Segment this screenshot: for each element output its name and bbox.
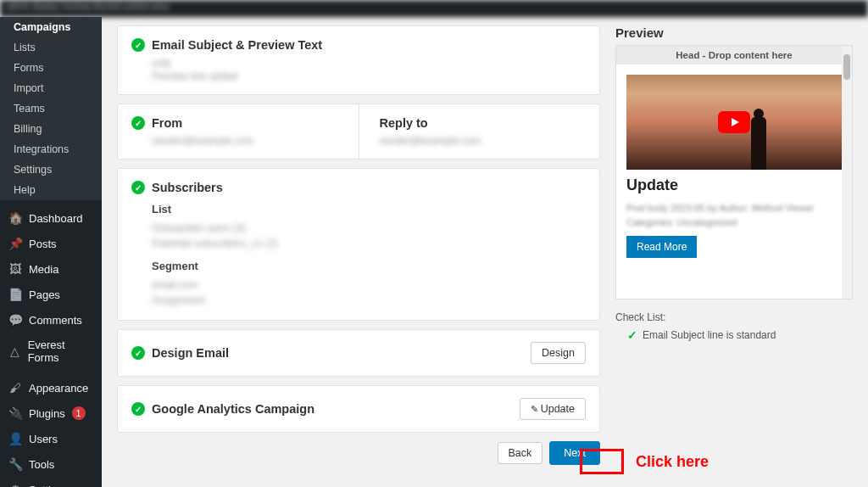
- preview-heading: Update: [626, 176, 842, 194]
- update-badge: 1: [72, 406, 86, 420]
- sidebar-item-users[interactable]: 👤Users: [0, 426, 102, 451]
- check-icon: ✓: [131, 402, 145, 416]
- pencil-icon: ✎: [531, 404, 538, 414]
- list-items: Onboarded users (3) Potential subscriber…: [152, 221, 586, 251]
- preview-meta: Post body 2023-05 by Author: Method View…: [626, 201, 842, 229]
- sidebar-label: Pages: [29, 288, 60, 301]
- admin-sidebar: CampaignsListsFormsImportTeamsBillingInt…: [0, 17, 102, 487]
- sidebar-item-teams[interactable]: Teams: [0, 98, 102, 119]
- sidebar-item-posts-icon: 📌: [8, 237, 22, 250]
- read-more-button[interactable]: Read More: [626, 236, 697, 258]
- sidebar-mainmenu: 🏠Dashboard📌Posts🖼Media📄Pages💬Comments△Ev…: [0, 205, 102, 487]
- sidebar-label: Media: [29, 263, 58, 276]
- sidebar-label: Posts: [29, 238, 57, 250]
- check-icon: ✓: [131, 116, 145, 130]
- admin-topbar: admin display mockup blurred content are…: [0, 0, 868, 17]
- sidebar-item-settings[interactable]: Settings: [0, 160, 102, 180]
- preview-title: Preview: [615, 25, 853, 40]
- preview-text-value: Preview line added: [152, 70, 586, 82]
- sidebar-item-dashboard[interactable]: 🏠Dashboard: [0, 205, 102, 231]
- from-value: sender@example.com: [152, 135, 345, 147]
- reply-value: sender@example.com: [380, 135, 587, 147]
- sidebar-label: Comments: [29, 314, 82, 327]
- sidebar-label: Dashboard: [29, 212, 83, 225]
- list-label: List: [152, 203, 586, 216]
- sidebar-item-settings-wp-icon: ⚙: [8, 483, 22, 487]
- back-button[interactable]: Back: [498, 442, 543, 464]
- segment-items: email.com Assignment: [152, 277, 586, 308]
- check-icon: ✓: [627, 328, 637, 342]
- subscribers-title: Subscribers: [152, 181, 223, 194]
- check-list-item-text: Email Subject line is standard: [643, 329, 776, 341]
- ga-title: Google Analytics Campaign: [152, 402, 314, 416]
- subject-value: subj: [152, 57, 586, 69]
- segment-label: Segment: [152, 260, 586, 272]
- sidebar-item-pages-icon: 📄: [8, 288, 22, 301]
- sidebar-label: Appearance: [29, 382, 88, 395]
- reply-title: Reply to: [380, 116, 428, 130]
- sidebar-item-users-icon: 👤: [8, 432, 22, 445]
- sidebar-label: Users: [29, 433, 58, 445]
- sidebar-item-billing[interactable]: Billing: [0, 119, 102, 139]
- sidebar-item-everest[interactable]: △Everest Forms: [0, 333, 102, 370]
- sidebar-label: Settings: [29, 484, 69, 488]
- sidebar-item-pages[interactable]: 📄Pages: [0, 282, 102, 307]
- preview-box: Head - Drop content here Update Post bod…: [615, 45, 853, 299]
- sidebar-item-media-icon: 🖼: [8, 262, 22, 276]
- sidebar-item-comments[interactable]: 💬Comments: [0, 307, 102, 333]
- card-subscribers: ✓Subscribers List Onboarded users (3) Po…: [117, 168, 600, 321]
- play-icon: [718, 111, 750, 133]
- sidebar-item-comments-icon: 💬: [8, 313, 22, 327]
- next-button[interactable]: Next: [549, 441, 600, 465]
- sidebar-item-lists[interactable]: Lists: [0, 37, 102, 58]
- sidebar-item-import[interactable]: Import: [0, 78, 102, 98]
- sidebar-item-settings-wp[interactable]: ⚙Settings: [0, 477, 102, 487]
- design-button[interactable]: Design: [531, 342, 586, 364]
- sidebar-item-campaigns[interactable]: Campaigns: [0, 17, 102, 37]
- card-title: Email Subject & Preview Text: [152, 38, 322, 52]
- action-row: Back Next: [117, 441, 600, 465]
- sidebar-item-media[interactable]: 🖼Media: [0, 256, 102, 282]
- card-email-subject: ✓Email Subject & Preview Text subj Previ…: [117, 25, 600, 95]
- annotation-label: Click here: [636, 453, 709, 471]
- sidebar-label: Tools: [29, 458, 54, 471]
- ga-update-button[interactable]: ✎Update: [520, 398, 586, 420]
- scrollbar[interactable]: [842, 46, 852, 299]
- sidebar-item-tools-icon: 🔧: [8, 457, 22, 471]
- sidebar-item-everest-icon: △: [8, 344, 21, 358]
- check-icon: ✓: [131, 181, 145, 194]
- preview-video-thumbnail[interactable]: [626, 75, 842, 170]
- check-icon: ✓: [131, 346, 145, 360]
- check-list: Check List: ✓ Email Subject line is stan…: [615, 311, 853, 342]
- sidebar-label: Everest Forms: [28, 339, 93, 364]
- design-title: Design Email: [152, 346, 229, 360]
- sidebar-item-appearance-icon: 🖌: [8, 381, 22, 395]
- sidebar-item-plugins[interactable]: 🔌Plugins1: [0, 400, 102, 426]
- preview-drop-head: Head - Drop content here: [616, 46, 852, 64]
- sidebar-item-forms[interactable]: Forms: [0, 58, 102, 78]
- sidebar-item-dashboard-icon: 🏠: [8, 211, 22, 225]
- sidebar-item-appearance[interactable]: 🖌Appearance: [0, 375, 102, 400]
- check-list-label: Check List:: [615, 311, 665, 323]
- sidebar-item-tools[interactable]: 🔧Tools: [0, 451, 102, 477]
- sidebar-label: Plugins: [29, 407, 65, 420]
- card-google-analytics: ✓ Google Analytics Campaign ✎Update: [117, 385, 600, 433]
- card-design-email: ✓ Design Email Design: [117, 329, 600, 377]
- from-title: From: [152, 116, 182, 130]
- check-icon: ✓: [131, 38, 145, 52]
- silhouette-graphic: [751, 117, 766, 170]
- card-from-reply: ✓From sender@example.com Reply to sender…: [117, 104, 600, 160]
- sidebar-item-posts[interactable]: 📌Posts: [0, 231, 102, 256]
- sidebar-submenu: CampaignsListsFormsImportTeamsBillingInt…: [0, 17, 102, 200]
- sidebar-item-integrations[interactable]: Integrations: [0, 139, 102, 160]
- sidebar-item-plugins-icon: 🔌: [8, 406, 22, 420]
- sidebar-item-help[interactable]: Help: [0, 180, 102, 200]
